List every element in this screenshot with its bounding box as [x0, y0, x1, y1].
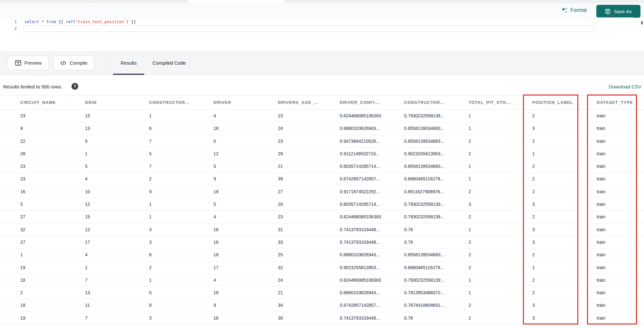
tab-separator: [188, 0, 188, 3]
table-cell: 13: [85, 122, 90, 135]
file-tab-strip[interactable]: [0, 0, 644, 3]
table-cell: 2: [532, 173, 535, 185]
scrollbar-thumb[interactable]: [641, 21, 643, 24]
table-cell: 2: [469, 299, 471, 312]
sparkles-icon: [561, 7, 568, 14]
compile-button[interactable]: Compile: [53, 56, 94, 70]
code-token: [44, 19, 46, 24]
table-cell: 0.7674418604651...: [404, 299, 444, 312]
table-header-row: CIRCUIT_NAMEGRIDCONSTRUCTOR...DRIVERDRIV…: [0, 95, 644, 110]
table-cell: 4: [213, 211, 216, 223]
table-cell: 0.78: [404, 223, 413, 236]
table-cell: train: [597, 236, 605, 249]
minimap-selection: [596, 17, 633, 18]
save-as-label: Save As: [614, 9, 631, 14]
table-cell: 28: [20, 148, 25, 160]
table-cell: 23: [20, 160, 25, 173]
table-cell: train: [597, 122, 605, 135]
column-header: CONSTRUCTOR...: [149, 96, 190, 109]
table-cell: 7: [85, 312, 88, 324]
active-file-tab[interactable]: [188, 0, 284, 3]
table-cell: 1: [20, 249, 23, 261]
code-token: {{: [56, 19, 66, 24]
table-cell: 0.8860465116279...: [404, 261, 444, 274]
code-line[interactable]: select * from {{ ref('train_test_positio…: [24, 19, 136, 25]
table-cell: train: [597, 261, 605, 274]
table-cell: 0.8035714285714...: [340, 198, 380, 211]
table-cell: 0.78: [404, 312, 413, 324]
column-header: DRIVER_CONFI...: [340, 96, 379, 109]
table-cell: 17: [85, 236, 90, 249]
table-cell: 24: [278, 274, 283, 287]
tab-compiled-code[interactable]: Compiled Code: [149, 52, 189, 74]
table-cell: 2: [469, 148, 471, 160]
table-cell: 2: [532, 274, 535, 287]
minimap-code-line: [596, 15, 633, 16]
table-cell: 2: [149, 173, 152, 185]
table-cell: 2: [532, 110, 535, 122]
table-cell: 3: [469, 198, 471, 211]
table-cell: 0.8860103626943...: [340, 287, 380, 299]
help-icon[interactable]: ?: [71, 83, 78, 90]
table-cell: 0.7413793103448...: [340, 236, 380, 249]
table-cell: 29: [278, 148, 283, 160]
table-cell: 2: [532, 186, 535, 198]
table-cell: train: [597, 312, 605, 324]
preview-button[interactable]: Preview: [8, 56, 49, 70]
editor-active-line[interactable]: [24, 25, 595, 32]
code-editor[interactable]: 1 2 select * from {{ ref('train_test_pos…: [0, 19, 644, 51]
tab-separator: [284, 0, 285, 3]
table-cell: 27: [20, 211, 25, 223]
table-cell: 2: [469, 249, 471, 261]
table-cell: 19: [20, 312, 25, 324]
table-cell: 17: [213, 261, 219, 274]
table-row: 1610919270.9171974522292...0.85116279069…: [0, 186, 644, 198]
table-cell: 24: [278, 122, 283, 135]
format-button[interactable]: Format: [561, 7, 587, 14]
table-cell: 4: [85, 249, 88, 261]
table-cell: 18: [213, 122, 219, 135]
table-cell: 32: [20, 223, 25, 236]
table-cell: train: [597, 274, 605, 287]
table-cell: 23: [20, 173, 25, 185]
table-cell: 9: [149, 186, 152, 198]
tab-results[interactable]: Results: [113, 52, 144, 74]
table-row: 22570230.9473684210526...0.8558139534883…: [0, 135, 644, 148]
table-cell: 22: [20, 135, 25, 148]
table-cell: 5: [213, 160, 216, 173]
table-cell: 2: [469, 261, 471, 274]
table-cell: 1: [469, 110, 471, 122]
table-cell: 0.7930232558139...: [404, 211, 444, 223]
table-cell: 0: [213, 135, 216, 148]
table-cell: train: [597, 198, 605, 211]
code-token: }}: [129, 19, 136, 24]
table-cell: 21: [278, 287, 283, 299]
table-cell: 5: [213, 198, 216, 211]
download-csv-link[interactable]: Download CSV: [609, 84, 641, 89]
column-header: DRIVERS_AGE_...: [278, 96, 318, 109]
table-cell: 0.7413793103448...: [340, 312, 380, 324]
table-cell: 0.7930232558139...: [404, 274, 444, 287]
table-cell: train: [597, 110, 605, 122]
column-header: CIRCUIT_NAME: [20, 96, 56, 109]
table-cell: 23: [278, 135, 283, 148]
column-header: DRIVER: [213, 96, 231, 109]
table-cell: 3: [532, 299, 535, 312]
table-cell: 32: [278, 261, 283, 274]
table-row: 281512290.9112149532710...0.902325581395…: [0, 148, 644, 160]
table-cell: train: [597, 135, 605, 148]
table-row: 231514230.8244680851063830.7930232558139…: [0, 110, 644, 122]
editor-minimap[interactable]: [596, 15, 633, 18]
table-cell: 2: [532, 249, 535, 261]
table-cell: 0.9023255813953...: [340, 261, 380, 274]
table-cell: train: [597, 186, 605, 198]
table-cell: 18: [20, 274, 25, 287]
code-token: (: [73, 19, 76, 24]
table-cell: 21: [278, 160, 283, 173]
code-token: select: [24, 19, 39, 24]
table-cell: 6: [149, 249, 152, 261]
table-cell: 20: [278, 198, 283, 211]
table-cell: 6: [149, 122, 152, 135]
table-cell: 0.824468085106383: [340, 211, 381, 223]
line-number: 2: [4, 25, 17, 32]
